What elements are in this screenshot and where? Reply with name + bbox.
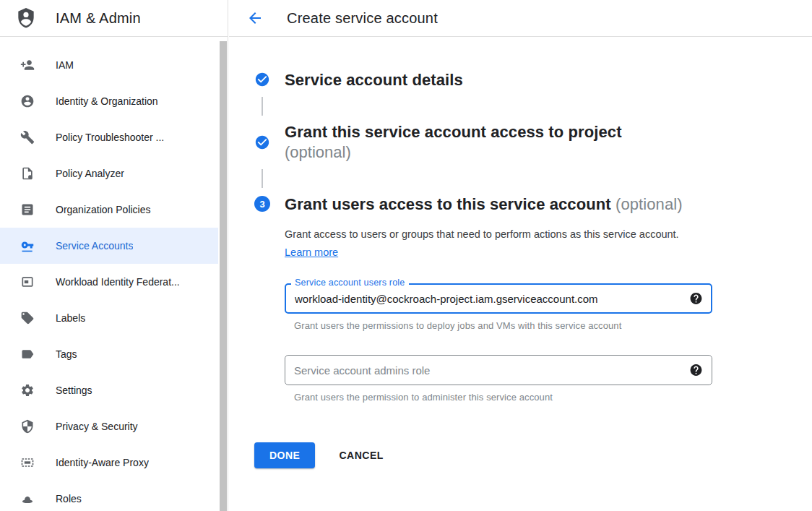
document-lines-icon	[20, 202, 35, 217]
sidebar-item-service-accounts[interactable]: Service Accounts	[0, 228, 219, 264]
learn-more-link[interactable]: Learn more	[285, 246, 338, 258]
id-card-icon	[20, 275, 35, 289]
sidebar-item-label: Roles	[56, 493, 82, 504]
sidebar-item-policy-troubleshooter[interactable]: Policy Troubleshooter ...	[0, 119, 219, 155]
sidebar-item-label: Policy Troubleshooter ...	[56, 132, 164, 143]
users-role-helper-text: Grant users the permissions to deploy jo…	[294, 320, 812, 331]
check-circle-icon	[254, 72, 270, 87]
users-role-field-label: Service account users role	[291, 278, 409, 288]
back-button[interactable]	[246, 9, 264, 27]
gear-icon	[20, 383, 35, 398]
wrench-icon	[20, 130, 35, 145]
sidebar-item-label: Workload Identity Federat...	[56, 276, 180, 288]
step-description: Grant access to users or groups that nee…	[285, 226, 698, 262]
sidebar-item-organization-policies[interactable]: Organization Policies	[0, 192, 219, 228]
step-grant-users-access[interactable]: 3 Grant users access to this service acc…	[254, 194, 812, 215]
person-add-icon	[20, 58, 35, 72]
help-icon[interactable]	[689, 292, 703, 306]
sidebar-nav: IAMIdentity & OrganizationPolicy Trouble…	[0, 37, 219, 511]
sidebar-item-labels[interactable]: Labels	[0, 300, 219, 336]
sidebar-item-label: Identity-Aware Proxy	[56, 457, 149, 468]
iam-shield-person-icon	[14, 6, 38, 30]
sidebar-item-identity-aware-proxy[interactable]: Identity-Aware Proxy	[0, 445, 219, 481]
users-role-field-wrapper: Service account users role	[285, 283, 712, 314]
step-grant-access-to-project[interactable]: Grant this service account access to pro…	[254, 122, 812, 163]
sidebar-item-label: Privacy & Security	[56, 421, 138, 432]
main-panel: Create service account Service account d…	[229, 0, 812, 511]
sidebar-item-label: Service Accounts	[56, 240, 133, 252]
sidebar-item-label: Tags	[56, 348, 77, 360]
cancel-button[interactable]: CANCEL	[339, 450, 383, 461]
hat-icon	[20, 491, 35, 506]
step-title: Grant users access to this service accou…	[285, 194, 683, 215]
sidebar-item-label: Policy Analyzer	[56, 168, 124, 179]
sidebar-item-identity-organization[interactable]: Identity & Organization	[0, 83, 219, 119]
sidebar-item-settings[interactable]: Settings	[0, 372, 219, 408]
sidebar-item-iam[interactable]: IAM	[0, 47, 219, 83]
admins-role-input[interactable]	[285, 355, 712, 385]
sidebar-item-roles[interactable]: Roles	[0, 481, 219, 511]
sidebar-item-label: Labels	[56, 312, 85, 324]
policy-analyzer-icon	[20, 166, 35, 181]
step-optional-label: (optional)	[616, 195, 683, 213]
service-account-key-icon	[20, 239, 35, 253]
person-circle-icon	[20, 94, 35, 108]
sidebar-item-workload-identity-federation[interactable]: Workload Identity Federat...	[0, 264, 219, 300]
admins-role-helper-text: Grant users the permission to administer…	[294, 392, 812, 403]
step-number-badge: 3	[254, 196, 270, 212]
label-icon	[20, 311, 35, 325]
help-icon[interactable]	[689, 364, 703, 377]
proxy-icon	[20, 455, 35, 470]
sidebar-item-label: Settings	[56, 385, 92, 396]
sidebar-header: IAM & Admin	[0, 0, 228, 37]
page-title: Create service account	[287, 10, 438, 27]
admins-role-field-wrapper	[285, 355, 712, 385]
sidebar-scrollbar[interactable]	[218, 41, 227, 511]
action-buttons: DONE CANCEL	[254, 442, 812, 468]
step-optional-label: (optional)	[285, 142, 622, 163]
arrow-left-icon	[246, 9, 264, 27]
sidebar-item-policy-analyzer[interactable]: Policy Analyzer	[0, 155, 219, 192]
sidebar-item-label: IAM	[56, 59, 74, 71]
users-role-input[interactable]	[285, 283, 712, 314]
sidebar-item-label: Organization Policies	[56, 204, 151, 215]
app-title: IAM & Admin	[56, 10, 141, 27]
sidebar: IAM & Admin IAMIdentity & OrganizationPo…	[0, 0, 228, 511]
step-title: Service account details	[285, 70, 463, 90]
step-service-account-details[interactable]: Service account details	[254, 70, 812, 90]
page-header: Create service account	[229, 0, 812, 37]
step-connector	[262, 169, 263, 188]
content: Service account details Grant this servi…	[229, 37, 812, 468]
sidebar-item-tags[interactable]: Tags	[0, 336, 219, 372]
step-connector	[262, 97, 263, 116]
check-circle-icon	[254, 134, 270, 150]
tag-icon	[20, 347, 35, 361]
done-button[interactable]: DONE	[254, 442, 315, 468]
shield-icon	[20, 419, 35, 434]
sidebar-item-privacy-security[interactable]: Privacy & Security	[0, 408, 219, 445]
sidebar-item-label: Identity & Organization	[56, 95, 158, 107]
step-title: Grant this service account access to pro…	[285, 122, 622, 142]
